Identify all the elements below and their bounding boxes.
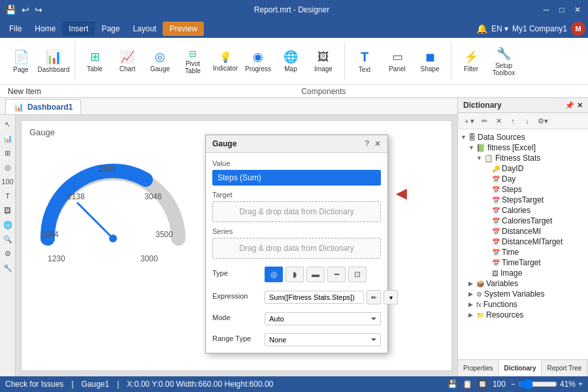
modal-close-button[interactable]: ✕ (374, 139, 381, 148)
svg-text:2138: 2138 (67, 192, 85, 201)
save-icon[interactable]: 💾 (5, 5, 16, 15)
menu-page[interactable]: Page (95, 22, 126, 36)
tree-item-stepstarget[interactable]: 📅 StepsTarget (458, 195, 588, 205)
sidebar-number-icon[interactable]: 100 (1, 175, 14, 188)
filter-button[interactable]: ⚡ Filter (455, 43, 487, 80)
expression-edit-button[interactable]: ✏ (367, 290, 381, 304)
expression-input[interactable] (265, 291, 364, 304)
dashboard-button[interactable]: 📊 Dashboard (38, 43, 69, 80)
dict-delete-button[interactable]: ✕ (492, 114, 505, 127)
sidebar-image-icon[interactable]: 🖼 (1, 204, 14, 217)
target-drag-drop[interactable]: Drag & drop data from Dictionary (212, 201, 381, 222)
sidebar-search-icon[interactable]: 🔍 (1, 233, 14, 246)
tree-item-fitness-excel[interactable]: ▼ 📗 fitness [Excel] (458, 142, 588, 153)
chart-button[interactable]: 📈 Chart (112, 43, 143, 80)
tree-item-steps[interactable]: 📅 Steps (458, 184, 588, 195)
status-icon-3[interactable]: 🔲 (478, 380, 487, 389)
dict-up-button[interactable]: ↑ (506, 114, 519, 127)
language-selector[interactable]: EN ▾ (491, 24, 508, 33)
sidebar-map-icon[interactable]: 🌐 (1, 218, 14, 231)
menu-home[interactable]: Home (28, 22, 62, 36)
dictionary-tab[interactable]: Dictionary (499, 360, 542, 376)
tree-item-fitness-stats[interactable]: ▼ 📋 Fitness Stats (458, 153, 588, 163)
tree-item-day[interactable]: 📅 Day (458, 174, 588, 184)
type-circular-button[interactable]: ◎ (265, 267, 283, 282)
maximize-button[interactable]: □ (557, 5, 567, 15)
setup-toolbox-button[interactable]: 🔧 SetupToolbox (488, 43, 519, 80)
dict-down-button[interactable]: ↓ (521, 114, 534, 127)
dict-settings-dropdown-button[interactable]: ⚙▾ (535, 114, 551, 127)
gauge-button[interactable]: ◎ Gauge (144, 43, 176, 80)
dictionary-header-icons: 📌 ✕ (565, 101, 583, 110)
sidebar-gauge-icon[interactable]: ◎ (1, 161, 14, 174)
panel-button[interactable]: ▭ Panel (382, 43, 413, 80)
indicator-button[interactable]: 💡 Indicator (210, 43, 241, 80)
type-bar-button[interactable]: ━ (327, 267, 346, 282)
indicator-icon: 💡 (219, 51, 232, 63)
sidebar-pointer-icon[interactable]: ↖ (1, 118, 14, 131)
dictionary-pin-icon[interactable]: 📌 (565, 101, 574, 110)
menu-file[interactable]: File (3, 22, 28, 36)
value-selected-field[interactable]: Steps (Sum) (212, 170, 381, 186)
sidebar-table-icon[interactable]: ⊞ (1, 146, 14, 159)
pivot-table-button[interactable]: ⊟ PivotTable (177, 43, 208, 80)
text-button[interactable]: T Text (349, 43, 380, 80)
zoom-plus-button[interactable]: + (578, 380, 583, 389)
tree-item-distancemi[interactable]: 📅 DistanceMI (458, 226, 588, 237)
type-linear-button[interactable]: ▬ (306, 267, 325, 282)
tree-expand-system-vars: ▶ (468, 291, 476, 297)
tree-item-variables[interactable]: ▶ 📦 Variables (458, 278, 588, 289)
status-icon-1[interactable]: 💾 (448, 380, 457, 389)
dashboard-tab[interactable]: 📊 Dashboard1 (5, 99, 81, 114)
status-icon-4[interactable]: 100 (493, 380, 506, 389)
tree-item-timetarget[interactable]: 📅 TimeTarget (458, 257, 588, 268)
expression-dropdown-button[interactable]: ▾ (384, 290, 398, 304)
sidebar-text-icon[interactable]: T (1, 189, 14, 203)
table-button[interactable]: ⊞ Table (79, 43, 110, 80)
tree-item-distancemitarget[interactable]: 📅 DistanceMITarget (458, 237, 588, 247)
undo-icon[interactable]: ↩ (22, 5, 29, 15)
zoom-minus-button[interactable]: − (511, 380, 515, 389)
tree-item-resources[interactable]: ▶ 📁 Resources (458, 310, 588, 320)
dictionary-close-icon[interactable]: ✕ (577, 101, 583, 110)
progress-button[interactable]: ◉ Progress (242, 43, 274, 80)
shape-button[interactable]: ◼ Shape (414, 43, 446, 80)
menu-preview[interactable]: Preview (163, 22, 204, 36)
page-button[interactable]: 📄 Page (5, 43, 37, 80)
map-button[interactable]: 🌐 Map (275, 43, 306, 80)
properties-tab[interactable]: Properties (458, 360, 499, 376)
redo-icon[interactable]: ↪ (35, 5, 42, 15)
menu-insert[interactable]: Insert (62, 22, 95, 36)
mode-select[interactable]: Auto (265, 312, 381, 325)
status-icon-2[interactable]: 📋 (463, 380, 472, 389)
tree-item-caloriestarget[interactable]: 📅 CaloriesTarget (458, 216, 588, 226)
tree-item-system-vars[interactable]: ▶ ⚙ System Variables (458, 289, 588, 299)
check-issues-button[interactable]: Check for Issues (5, 380, 63, 389)
tree-item-image[interactable]: 🖼 Image (458, 268, 588, 278)
zoom-slider[interactable] (518, 379, 557, 389)
type-grid-button[interactable]: ⊡ (348, 267, 367, 282)
modal-help-button[interactable]: ? (365, 139, 369, 148)
report-tree-tab[interactable]: Report Tree (542, 360, 587, 376)
dict-edit-button[interactable]: ✏ (478, 114, 491, 127)
tree-icon-image: 🖼 (492, 270, 498, 277)
tree-item-functions[interactable]: ▶ fx Functions (458, 299, 588, 310)
tree-icon-steps: 📅 (492, 186, 500, 193)
sidebar-wrench-icon[interactable]: 🔧 (1, 261, 14, 274)
series-drag-drop[interactable]: Drag & drop data from Dictionary (212, 238, 381, 259)
tree-item-time[interactable]: 📅 Time (458, 247, 588, 257)
minimize-button[interactable]: ─ (541, 5, 551, 15)
range-type-select[interactable]: None (265, 333, 381, 346)
page-label: Page (13, 66, 28, 73)
dict-add-dropdown-button[interactable]: ＋▾ (461, 114, 476, 127)
tree-item-dayid[interactable]: 🔑 DayID (458, 163, 588, 174)
sidebar-settings-icon[interactable]: ⚙ (1, 247, 14, 260)
user-avatar[interactable]: M (571, 22, 585, 36)
sidebar-chart-icon[interactable]: 📊 (1, 132, 14, 145)
menu-layout[interactable]: Layout (126, 22, 163, 36)
tree-item-calories[interactable]: 📅 Calories (458, 205, 588, 216)
close-button[interactable]: ✕ (572, 5, 583, 15)
image-button[interactable]: 🖼 Image (308, 43, 339, 80)
tree-item-data-sources[interactable]: ▼ 🗄 Data Sources (458, 132, 588, 142)
type-half-button[interactable]: ◗ (286, 267, 304, 282)
